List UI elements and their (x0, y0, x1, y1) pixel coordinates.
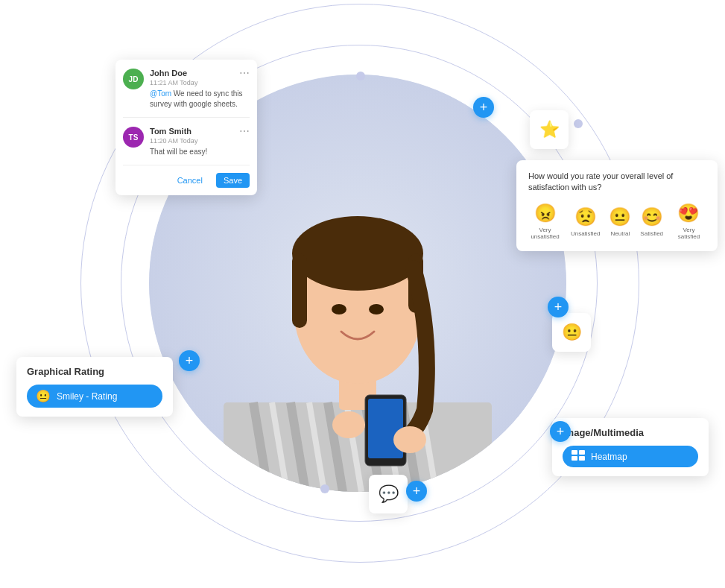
chat-content-1: John Doe ⋯ 11:21 AM Today @Tom We need t… (150, 67, 250, 110)
smiley-satisfied[interactable]: 😊 Satisfied (640, 206, 663, 238)
dot-node-5 (574, 119, 583, 128)
smiley-label-1: Very unsatisfied (528, 227, 562, 241)
svg-rect-27 (572, 456, 577, 461)
heatmap-item[interactable]: Heatmap (563, 446, 698, 467)
chat-bubble-mini-card: 💬 (369, 475, 408, 513)
svg-point-24 (393, 426, 426, 453)
svg-rect-28 (579, 456, 585, 461)
chat-card: JD John Doe ⋯ 11:21 AM Today @Tom We nee… (115, 60, 257, 195)
dot-node-1 (356, 72, 365, 80)
mention-tom: @Tom (150, 89, 171, 98)
smiley-rating-label: Smiley - Rating (57, 391, 117, 402)
smiley-face-4: 😊 (641, 206, 663, 227)
chat-message-2: TS Tom Smith ⋯ 11:20 AM Today That will … (123, 125, 250, 165)
smiley-face-1: 😠 (534, 203, 557, 224)
multimedia-card: Image/Multimedia Heatmap (552, 418, 709, 476)
heatmap-icon (572, 450, 585, 463)
smiley-question: How would you rate your overall level of… (528, 171, 706, 194)
smiley-face-5: 😍 (677, 203, 700, 224)
chat-time-ts: 11:20 AM Today (150, 137, 250, 145)
plus-node-top-right[interactable]: + (473, 97, 494, 118)
plus-node-bottom-right[interactable]: + (550, 421, 571, 442)
smiley-face-2: 😟 (574, 206, 597, 227)
scene: + + + + + ⭐ 😐 💬 JD John Doe ⋯ 11:21 A (0, 0, 725, 588)
multimedia-title: Image/Multimedia (563, 427, 698, 438)
smiley-very-satisfied[interactable]: 😍 Very satisfied (672, 203, 706, 241)
smiley-label-4: Satisfied (640, 230, 663, 238)
emoji-icon: 😐 (562, 323, 582, 342)
graphical-rating-title: Graphical Rating (27, 366, 162, 377)
chat-name-jd: John Doe (150, 69, 187, 78)
chat-time-jd: 11:21 AM Today (150, 79, 250, 86)
smiley-rating-icon: 😐 (36, 389, 51, 403)
smiley-neutral[interactable]: 😐 Neutral (609, 206, 631, 238)
chat-text-jd: @Tom We need to sync this survey with go… (150, 89, 250, 110)
svg-rect-17 (292, 253, 307, 328)
chat-bubble-icon: 💬 (379, 484, 399, 504)
svg-rect-25 (572, 450, 577, 455)
chat-name-ts: Tom Smith (150, 127, 191, 136)
more-options-ts[interactable]: ⋯ (239, 125, 250, 137)
save-button[interactable]: Save (216, 173, 250, 188)
smiley-rating-card: How would you rate your overall level of… (516, 160, 718, 251)
cancel-button[interactable]: Cancel (170, 173, 210, 188)
plus-node-left[interactable]: + (179, 350, 200, 371)
smiley-label-5: Very satisfied (672, 227, 706, 241)
avatar-jd: JD (123, 69, 144, 89)
smiley-label-3: Neutral (611, 230, 630, 238)
smiley-face-3: 😐 (609, 206, 631, 227)
chat-content-2: Tom Smith ⋯ 11:20 AM Today That will be … (150, 125, 250, 157)
emoji-mini-card: 😐 (552, 313, 591, 352)
chat-message-1: JD John Doe ⋯ 11:21 AM Today @Tom We nee… (123, 67, 250, 118)
svg-point-16 (292, 216, 423, 291)
avatar-ts: TS (123, 127, 144, 148)
svg-point-23 (332, 411, 365, 438)
svg-point-20 (369, 304, 384, 314)
svg-rect-22 (368, 399, 403, 458)
svg-point-19 (332, 304, 346, 314)
plus-node-mid-right[interactable]: + (548, 297, 569, 317)
smiley-rating-item[interactable]: 😐 Smiley - Rating (27, 385, 162, 408)
more-options-jd[interactable]: ⋯ (239, 67, 250, 79)
star-mini-card: ⭐ (530, 110, 569, 149)
smiley-label-2: Unsatisfied (571, 230, 601, 238)
smiley-faces-row: 😠 Very unsatisfied 😟 Unsatisfied 😐 Neutr… (528, 203, 706, 241)
star-icon: ⭐ (539, 120, 560, 139)
heatmap-label: Heatmap (591, 452, 627, 462)
dot-node-3 (320, 484, 329, 493)
chat-actions: Cancel Save (123, 173, 250, 188)
plus-node-bottom[interactable]: + (406, 481, 427, 502)
chat-text-ts: That will be easy! (150, 147, 250, 157)
smiley-unsatisfied[interactable]: 😟 Unsatisfied (571, 206, 601, 238)
graphical-rating-card: Graphical Rating 😐 Smiley - Rating (16, 357, 173, 417)
svg-rect-26 (579, 450, 585, 455)
smiley-very-unsatisfied[interactable]: 😠 Very unsatisfied (528, 203, 562, 241)
